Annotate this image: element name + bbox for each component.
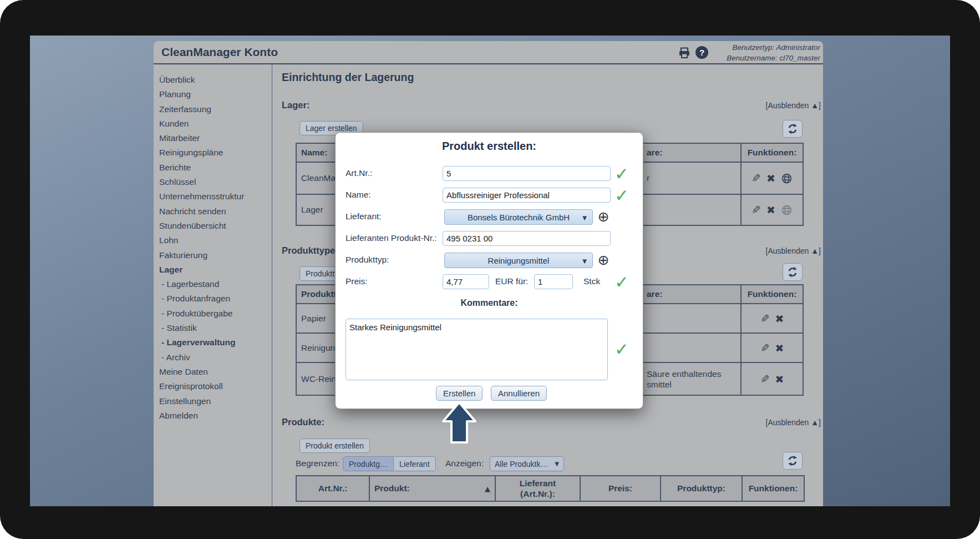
edit-icon[interactable]: ✎ <box>760 341 770 355</box>
sidebar-item-lohn[interactable]: Lohn <box>159 233 272 248</box>
produkttyp-row-papier-functions: ✎ ✖ <box>742 304 803 333</box>
delete-icon[interactable]: ✖ <box>775 373 784 385</box>
sidebar-item-produktanfragen[interactable]: - Produktanfragen <box>159 291 272 306</box>
lieferanten-nr-field[interactable] <box>443 231 611 246</box>
add-produkttyp-icon[interactable]: ⊕ <box>595 253 612 268</box>
produkttyp-row-reinigungsmittel-functions: ✎ ✖ <box>742 334 803 362</box>
user-type: Benutzertyp: Administrator <box>727 42 820 53</box>
name-label: Name: <box>346 190 371 200</box>
sidebar-item-lagerbestand[interactable]: - Lagerbestand <box>159 277 272 291</box>
globe-icon[interactable] <box>781 173 793 184</box>
produkttyp-row-wc-comment: Säure enthaltendes smittel <box>642 363 740 395</box>
sidebar-item-schluessel[interactable]: Schlüssel <box>159 175 272 189</box>
sidebar-item-ueberblick[interactable]: Überblick <box>159 73 272 87</box>
annullieren-button[interactable]: Annullieren <box>491 386 547 401</box>
user-name: Benutzername: cl70_master <box>727 53 820 63</box>
add-lieferant-icon[interactable]: ⊕ <box>595 209 612 225</box>
sidebar-item-stundenuebersicht[interactable]: Stundenübersicht <box>159 219 272 233</box>
produkttyp-row-wc-functions: ✎ ✖ <box>742 363 803 395</box>
produkttypen-col-kommentare: are: <box>642 285 740 303</box>
sidebar-item-kunden[interactable]: Kunden <box>159 117 272 131</box>
sidebar-item-archiv[interactable]: - Archiv <box>159 350 272 365</box>
delete-icon[interactable]: ✖ <box>766 204 775 216</box>
chevron-down-icon: ▼ <box>555 461 559 467</box>
delete-icon[interactable]: ✖ <box>775 342 784 354</box>
valid-check-icon: ✓ <box>612 165 631 183</box>
produktkategorie-dropdown[interactable]: Alle Produktk… ▼ <box>490 456 564 471</box>
user-info: Benutzertyp: Administrator Benutzername:… <box>727 42 820 63</box>
sidebar-item-lager[interactable]: Lager <box>159 263 272 277</box>
edit-icon[interactable]: ✎ <box>760 372 770 386</box>
filter-produktgruppe-button[interactable]: Produktg… <box>343 456 394 471</box>
produkttypen-col-funktionen: Funktionen: <box>742 285 803 303</box>
produkttypen-refresh-button[interactable] <box>783 263 803 281</box>
edit-icon[interactable]: ✎ <box>751 203 761 216</box>
produkte-hide-link[interactable]: [Ausblenden ▲] <box>766 418 821 427</box>
delete-icon[interactable]: ✖ <box>775 313 784 325</box>
produkttyp-dropdown-value: Reinigungsmittel <box>488 256 550 265</box>
sidebar-item-unternehmensstruktur[interactable]: Unternehmensstruktur <box>159 189 272 204</box>
produkte-refresh-button[interactable] <box>783 452 803 470</box>
sidebar-item-abmelden[interactable]: Abmelden <box>159 409 272 423</box>
erstellen-button[interactable]: Erstellen <box>436 386 483 401</box>
preis-label: Preis: <box>346 276 368 286</box>
produkttyp-dropdown[interactable]: Reinigungsmittel ▼ <box>444 253 593 268</box>
begrenzen-label: Begrenzen: <box>296 459 339 469</box>
edit-icon[interactable]: ✎ <box>751 172 761 185</box>
produktkategorie-dropdown-value: Alle Produktk… <box>495 460 548 469</box>
lager-row1-functions: ✎ ✖ <box>742 163 803 194</box>
sidebar-item-produktuebergabe[interactable]: - Produktübergabe <box>159 306 272 321</box>
sidebar-item-fakturierung[interactable]: Fakturierung <box>159 248 272 263</box>
produkttypen-hide-link[interactable]: [Ausblenden ▲] <box>766 246 821 255</box>
produkttyp-row-papier-comment <box>642 304 740 333</box>
delete-icon[interactable]: ✖ <box>766 172 775 184</box>
sidebar-item-statistik[interactable]: - Statistik <box>159 321 272 335</box>
stck-label: Stck <box>583 276 600 286</box>
page-title: Einrichtung der Lagerung <box>282 71 414 84</box>
menge-field[interactable] <box>534 274 573 289</box>
sidebar-item-berichte[interactable]: Berichte <box>159 160 272 175</box>
sidebar-item-meine-daten[interactable]: Meine Daten <box>159 365 272 379</box>
produkt-erstellen-button[interactable]: Produkt erstellen <box>299 439 370 453</box>
valid-check-icon: ✓ <box>612 187 631 204</box>
sidebar-item-lagerverwaltung[interactable]: - Lagerverwaltung <box>159 335 272 350</box>
anzeigen-label: Anzeigen: <box>445 459 484 469</box>
lieferant-label: Lieferant: <box>346 211 382 221</box>
produkte-col-produkt[interactable]: Produkt: ▲ <box>370 476 495 501</box>
begrenzen-toggle-group: Produktg… Lieferant <box>343 456 436 471</box>
lieferant-dropdown[interactable]: Bonsels Bürotechnik GmbH ▼ <box>444 209 593 225</box>
dialog-title: Produkt erstellen: <box>336 140 643 153</box>
sidebar-item-reinigungsplaene[interactable]: Reinigungspläne <box>159 145 272 160</box>
produkte-col-produkttyp: Produkttyp: <box>661 476 742 501</box>
kommentare-field[interactable]: Starkes Reinigungsmittel <box>346 319 608 380</box>
chevron-down-icon: ▼ <box>582 215 587 221</box>
lager-col-funktionen: Funktionen: <box>742 144 803 162</box>
sidebar-item-zeiterfassung[interactable]: Zeiterfassung <box>159 102 272 117</box>
lager-row1-comment: r <box>642 163 740 194</box>
sidebar-item-einstellungen[interactable]: Einstellungen <box>159 394 272 409</box>
filter-lieferant-button[interactable]: Lieferant <box>394 456 435 471</box>
artnr-label: Art.Nr.: <box>346 168 372 178</box>
produkte-table: Art.Nr.: Produkt: ▲ Lieferant (Art.Nr.):… <box>296 475 805 502</box>
lager-refresh-button[interactable] <box>783 120 803 138</box>
sidebar-nav: Überblick Planung Zeiterfassung Kunden M… <box>154 64 272 506</box>
sidebar-item-planung[interactable]: Planung <box>159 87 272 102</box>
preis-field[interactable] <box>443 274 489 289</box>
globe-icon-disabled[interactable] <box>781 204 793 216</box>
produkttyp-label: Produkttyp: <box>346 255 389 265</box>
produkte-col-lieferant: Lieferant (Art.Nr.): <box>496 476 580 501</box>
sidebar-item-nachricht-senden[interactable]: Nachricht senden <box>159 204 272 219</box>
name-field[interactable] <box>443 188 611 203</box>
print-icon[interactable] <box>678 46 691 59</box>
valid-check-icon: ✓ <box>612 340 631 358</box>
produkttyp-row-reinigungsmittel-comment <box>642 334 740 362</box>
sidebar-item-mitarbeiter[interactable]: Mitarbeiter <box>159 131 272 145</box>
lager-hide-link[interactable]: [Ausblenden ▲] <box>766 101 821 110</box>
artnr-field[interactable] <box>443 166 611 181</box>
chevron-down-icon: ▼ <box>582 258 587 264</box>
sidebar-item-ereignisprotokoll[interactable]: Ereignisprotokoll <box>159 379 272 394</box>
edit-icon[interactable]: ✎ <box>760 312 770 325</box>
help-icon[interactable]: ? <box>695 46 708 59</box>
page-header: CleanManager Konto ? Benutzertyp: Admini… <box>154 41 823 64</box>
wc-comment-line2: smittel <box>647 379 721 390</box>
